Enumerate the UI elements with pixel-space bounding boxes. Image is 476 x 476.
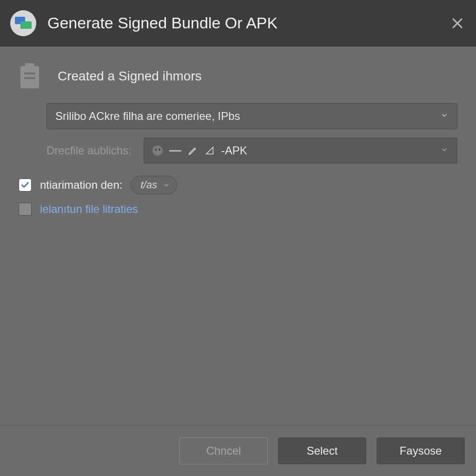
option-1-dropdown[interactable]: t/as	[131, 176, 177, 194]
section-heading: Created a Signed ihmors	[58, 69, 202, 84]
module-dropdown-text: Srilibo ACkre filha are comeriee, IPbs	[55, 110, 440, 123]
app-icon	[10, 10, 36, 36]
chevron-down-icon	[440, 145, 449, 156]
svg-rect-4	[24, 73, 35, 74]
module-row: Srilibo ACkre filha are comeriee, IPbs	[46, 103, 457, 129]
dialog-body: Created a Signed ihmors Srilibo ACkre fi…	[0, 46, 476, 425]
finish-button[interactable]: Faysose	[377, 437, 465, 464]
select-button[interactable]: Select	[278, 437, 366, 464]
option-2-label-link[interactable]: ielanıtun file litraties	[40, 203, 138, 216]
close-icon	[450, 16, 464, 30]
close-button[interactable]	[449, 15, 466, 32]
variant-row: Drecfile aublichs: -APK	[46, 138, 457, 164]
variant-dropdown-text: -APK	[221, 144, 434, 157]
chevron-down-icon	[163, 181, 170, 189]
option-1-label: ntiarimation den:	[40, 178, 122, 192]
option-1-dropdown-text: t/as	[140, 179, 157, 191]
variant-dropdown[interactable]: -APK	[144, 138, 457, 164]
dash-icon	[169, 150, 181, 152]
option-row-2: ielanıtun file litraties	[19, 203, 457, 216]
chevron-down-icon	[440, 111, 449, 121]
module-dropdown[interactable]: Srilibo ACkre filha are comeriee, IPbs	[46, 103, 457, 129]
svg-rect-3	[25, 63, 34, 69]
face-icon	[152, 145, 163, 156]
option-2-checkbox[interactable]	[19, 203, 32, 216]
variant-label: Drecfile aublichs:	[46, 144, 132, 157]
dialog-footer: Chncel Select Faysose	[0, 425, 476, 476]
titlebar: Generate Signed Bundle Or APK	[0, 0, 476, 46]
triangle-icon	[205, 145, 215, 156]
option-row-1: ntiarimation den: t/as	[19, 176, 457, 194]
section-header: Created a Signed ihmors	[19, 63, 457, 89]
svg-rect-5	[24, 77, 35, 79]
cancel-button[interactable]: Chncel	[179, 437, 268, 464]
option-1-checkbox[interactable]	[19, 178, 32, 192]
check-icon	[20, 180, 30, 190]
clipboard-icon	[19, 63, 41, 89]
edit-icon	[188, 145, 198, 156]
window-title: Generate Signed Bundle Or APK	[47, 14, 449, 32]
